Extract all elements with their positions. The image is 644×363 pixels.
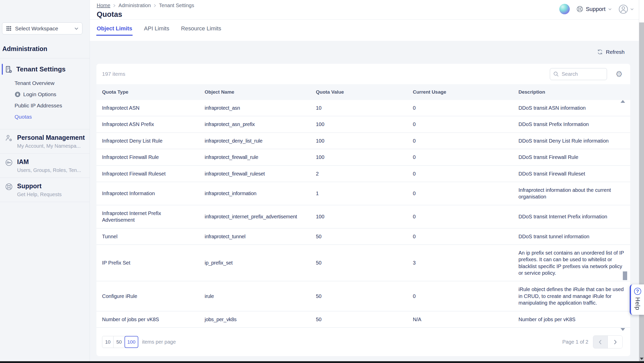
sidebar-section-title: Administration	[2, 45, 90, 53]
table-row: Configure iRule irule 50 0 iRule object …	[96, 281, 630, 311]
cell-object-name: infraprotect_internet_prefix_advertiseme…	[201, 205, 312, 228]
cell-current-usage: 0	[409, 182, 514, 205]
sidebar-subitem-label: Quotas	[15, 114, 32, 120]
table-header-row: Quota Type Object Name Quota Value Curre…	[96, 84, 630, 100]
page-size-100-button[interactable]: 100	[125, 336, 138, 348]
cell-quota-type: Infraprotect ASN Prefix	[96, 116, 201, 132]
table-row: Infraprotect Information infraprotect_in…	[96, 182, 630, 205]
cell-current-usage: 0	[409, 281, 514, 311]
chevron-down-icon	[608, 8, 612, 10]
breadcrumb-separator-icon	[154, 4, 156, 7]
sidebar-item-support[interactable]: Support Get Help, Requests	[0, 178, 90, 202]
cell-quota-type: Infraprotect Firewall Rule	[96, 149, 201, 165]
table-scrollbar-thumb[interactable]	[623, 271, 627, 280]
grid-icon	[6, 26, 12, 31]
table-scroll-up-arrow[interactable]	[621, 100, 625, 103]
cell-quota-type: Infraprotect Information	[96, 182, 201, 205]
table-row: Infraprotect ASN infraprotect_asn 10 0 D…	[96, 100, 630, 116]
sidebar-item-quotas[interactable]: Quotas	[0, 111, 90, 122]
table-settings-gear-icon[interactable]: ⚙	[615, 70, 623, 78]
table-scroll-down-arrow[interactable]	[621, 328, 625, 331]
sidebar-item-public-ip-addresses[interactable]: Public IP Addresses	[0, 100, 90, 111]
support-menu[interactable]: Support	[576, 6, 612, 12]
breadcrumb-administration-link[interactable]: Administration	[118, 3, 151, 8]
cell-description: DDoS transit Internet Prefix information	[514, 205, 630, 228]
column-header-quota-value: Quota Value	[312, 84, 409, 100]
quota-table-card: 197 items ⚙	[96, 64, 630, 356]
cell-object-name: infraprotect_asn_prefix	[201, 116, 312, 132]
cell-quota-value: 100	[312, 116, 409, 132]
sidebar-section-label: IAM	[17, 158, 81, 166]
table-row: Tunnel infraprotect_tunnel 50 0 DDoS tra…	[96, 228, 630, 245]
column-header-quota-type: Quota Type	[96, 84, 201, 100]
tab-api-limits[interactable]: API Limits	[144, 25, 169, 36]
cell-description: Number of jobs per vK8S	[514, 311, 630, 328]
lifebuoy-icon	[5, 183, 13, 197]
sidebar-subitem-label: Tenant Overview	[15, 80, 54, 86]
workspace-selector-label: Select Workspace	[15, 26, 71, 32]
search-icon	[553, 71, 559, 77]
sidebar-section-subtitle: Users, Groups, Roles, Ten...	[17, 167, 81, 173]
lifebuoy-icon	[576, 6, 583, 12]
items-count: 197 items	[102, 71, 125, 77]
cell-quota-type: Configure iRule	[96, 281, 201, 311]
page-size-10-button[interactable]: 10	[102, 336, 114, 348]
cell-object-name: irule	[201, 281, 312, 311]
tenant-logo	[559, 4, 570, 14]
cell-current-usage: 0	[409, 116, 514, 132]
cell-quota-type: Infraprotect ASN	[96, 100, 201, 116]
pagination-bar: 10 50 100 items per page Page 1 of 2	[96, 328, 630, 356]
building-gear-icon	[5, 66, 12, 73]
sidebar-subitem-label: Public IP Addresses	[15, 103, 62, 109]
cell-quota-value: 100	[312, 205, 409, 228]
user-avatar-icon	[618, 4, 628, 14]
page-scroll-down-arrow[interactable]	[640, 358, 643, 360]
tab-object-limits[interactable]: Object Limits	[97, 25, 132, 36]
chevron-down-icon	[74, 27, 79, 30]
refresh-label: Refresh	[606, 49, 625, 55]
sidebar-item-tenant-settings[interactable]: Tenant Settings	[0, 63, 90, 76]
cell-quota-type: IP Prefix Set	[96, 245, 201, 281]
refresh-icon	[597, 49, 603, 55]
cell-object-name: infraprotect_asn	[201, 100, 312, 116]
sidebar-item-iam[interactable]: IAM Users, Groups, Roles, Ten...	[0, 154, 90, 178]
cell-current-usage: 0	[409, 166, 514, 182]
table-row: Infraprotect Firewall Ruleset infraprote…	[96, 166, 630, 182]
sidebar-section-label: Personal Management	[17, 134, 85, 141]
workspace-selector[interactable]: Select Workspace	[2, 22, 82, 34]
cell-quota-value: 100	[312, 149, 409, 165]
user-menu[interactable]	[618, 4, 634, 14]
previous-page-button[interactable]	[593, 336, 608, 348]
table-row: Infraprotect Internet Prefix Advertiseme…	[96, 205, 630, 228]
breadcrumb-home-link[interactable]: Home	[97, 3, 110, 8]
cell-current-usage: 0	[409, 100, 514, 116]
cell-quota-value: 50	[312, 281, 409, 311]
cell-object-name: infraprotect_information	[201, 182, 312, 205]
table-row: Number of jobs per vK8S jobs_per_vk8s 50…	[96, 311, 630, 328]
sidebar-item-personal-management[interactable]: Personal Management My Account, My Names…	[0, 129, 90, 154]
search-input[interactable]	[562, 71, 604, 77]
cell-description: DDoS transit Firewall Rule	[514, 149, 630, 165]
tab-resource-limits[interactable]: Resource Limits	[181, 25, 221, 36]
cell-current-usage: 3	[409, 245, 514, 281]
help-tab-label: Help	[634, 297, 641, 310]
search-box[interactable]	[550, 68, 607, 80]
cell-quota-value: 50	[312, 245, 409, 281]
lock-icon	[15, 91, 21, 97]
main-area: Home Administration Tenant Settings Quot…	[90, 0, 644, 363]
sidebar-item-tenant-overview[interactable]: Tenant Overview	[0, 78, 90, 89]
help-tab[interactable]: ? Help	[630, 284, 644, 315]
page-size-50-button[interactable]: 50	[114, 336, 125, 348]
cell-current-usage: N/A	[409, 311, 514, 328]
page-nav-group	[593, 335, 623, 348]
sidebar-item-login-options[interactable]: Login Options	[0, 89, 90, 100]
breadcrumb-tenant-settings-link[interactable]: Tenant Settings	[159, 3, 194, 8]
cell-current-usage: 0	[409, 149, 514, 165]
cell-quota-value: 10	[312, 100, 409, 116]
refresh-button[interactable]: Refresh	[597, 49, 625, 55]
next-page-button[interactable]	[608, 336, 622, 348]
tab-bar: Object Limits API Limits Resource Limits	[90, 20, 644, 36]
cell-description: DDoS transit ASN information	[514, 100, 630, 116]
table-row: IP Prefix Set ip_prefix_set 50 3 An ip p…	[96, 245, 630, 281]
cell-description: An ip prefix set contains an unordered l…	[514, 245, 630, 281]
